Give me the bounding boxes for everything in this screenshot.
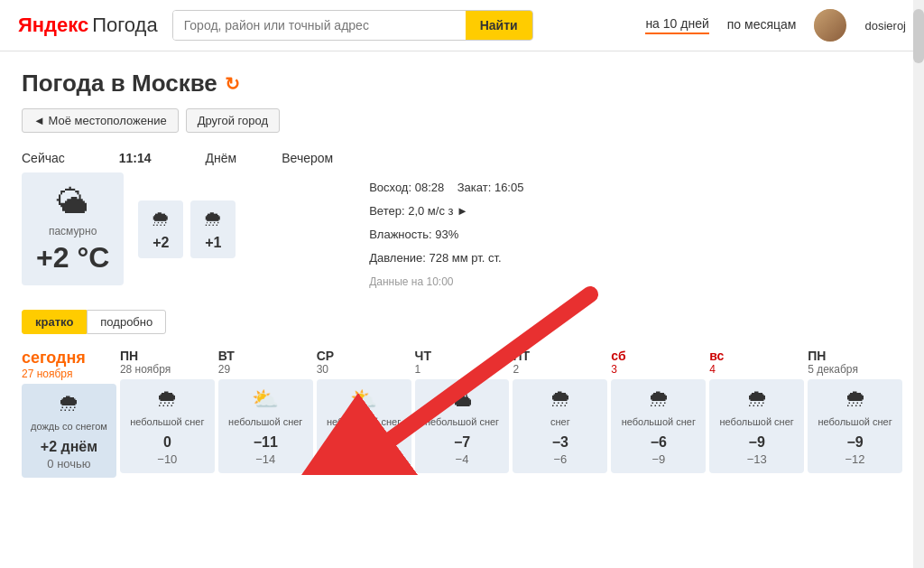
day-period-card: 🌨 +2 [138,200,183,258]
current-weather-details: Восход: 08:28 Закат: 16:05 Ветер: 2,0 м/… [369,151,523,288]
sunrise-value: 08:28 [415,181,445,194]
day-high-1: 0 [125,434,209,451]
day-high-7: −9 [715,434,799,451]
sunset-value: 16:05 [494,181,524,194]
pressure-row: Давление: 728 мм рт. ст. [369,248,523,268]
day-date-3: 30 [317,363,411,376]
evening-period-icon: 🌨 [201,208,225,231]
page-title-container: Погода в Москве ↻ [22,70,902,98]
humidity-value: 93% [435,228,458,241]
day-high-4: −7 [420,434,504,451]
wind-row: Ветер: 2,0 м/с з ► [369,201,523,221]
scrollbar[interactable] [913,0,924,496]
day-desc-4: небольшой снег [420,415,504,428]
day-desc-2: небольшой снег [224,415,308,428]
day-icon-3: ⛅ [322,386,406,412]
current-time: 11:14 [119,151,152,165]
user-avatar[interactable] [814,9,846,42]
day-icon-2: ⛅ [224,386,308,412]
day-card-4: 🌥 небольшой снег −7 −4 [415,379,510,472]
main-content: Погода в Москве ↻ ◄ Моё местоположение Д… [0,51,924,496]
day-date-0: 27 ноября [22,368,116,380]
wind-label: Ветер: [369,204,404,218]
nav-monthly[interactable]: по месяцам [727,17,797,33]
day-header-7: вс 4 [709,349,804,376]
day-high-3: −12 [322,434,406,451]
day-name-0: сегодня [22,349,116,368]
current-main-card: 🌥 пасмурно +2 °C [22,172,124,285]
sunrise-label: Восход: [369,181,411,194]
nav-10days[interactable]: на 10 дней [645,16,708,34]
pressure-label: Давление: [369,251,426,265]
scrollbar-thumb[interactable] [913,9,924,63]
day-icon-6: 🌨 [616,386,700,412]
header: Яндекс Погода Найти на 10 дней по месяца… [0,0,924,51]
day-card-3: ⛅ небольшой снег −12 −15 [317,379,411,472]
day-date-5: 2 [513,363,607,376]
forecast-grid: сегодня 27 ноября 🌨 дождь со снегом +2 д… [22,349,902,477]
day-low-2: −14 [224,452,308,466]
day-date-1: 28 ноября [120,363,215,376]
day-period-icon: 🌨 [149,208,172,231]
forecast-day-1: ПН 28 ноября 🌨 небольшой снег 0 −10 [120,349,215,477]
search-container: Найти [172,10,533,41]
tab-detailed[interactable]: подробно [87,310,166,334]
forecast-day-2: ВТ 29 ⛅ небольшой снег −11 −14 [218,349,313,477]
day-icon-0: 🌨 [27,391,111,416]
day-name-4: ЧТ [415,349,510,363]
day-desc-1: небольшой снег [125,415,209,428]
current-weather-desc: пасмурно [49,225,97,237]
day-high-0: +2 днём [27,439,111,455]
forecast-day-6: сб 3 🌨 небольшой снег −6 −9 [611,349,706,477]
day-period-temp: +2 [149,235,172,251]
day-low-4: −4 [420,452,504,466]
day-name-8: ПН [808,349,902,363]
day-desc-7: небольшой снег [715,415,799,428]
humidity-row: Влажность: 93% [369,225,523,245]
my-location-button[interactable]: ◄ Моё местоположение [22,108,179,133]
day-header-3: СР 30 [317,349,411,376]
other-city-button[interactable]: Другой город [186,108,280,133]
day-icon-5: 🌨 [518,386,602,412]
day-name-5: ПТ [513,349,607,363]
current-weather-left: Сейчас 11:14 Днём Вечером 🌥 пасмурно +2 … [22,151,333,288]
sunrise-sunset-row: Восход: 08:28 Закат: 16:05 [369,178,523,198]
day-name-7: вс [709,349,804,363]
day-icon-1: 🌨 [125,386,209,412]
day-date-8: 5 декабря [808,363,902,376]
day-name-1: ПН [120,349,215,363]
forecast-day-3: СР 30 ⛅ небольшой снег −12 −15 [317,349,411,477]
tab-brief[interactable]: кратко [22,310,87,334]
evening-label: Вечером [282,151,333,165]
day-card-6: 🌨 небольшой снег −6 −9 [611,379,706,472]
search-input[interactable] [173,11,466,40]
period-labels: Днём Вечером [206,151,334,165]
refresh-icon[interactable]: ↻ [225,73,240,95]
username: dosieroj [864,19,906,33]
forecast-day-8: ПН 5 декабря 🌨 небольшой снег −9 −12 [808,349,902,477]
day-low-7: −13 [715,452,799,466]
day-desc-6: небольшой снег [616,415,700,428]
forecast-day-4: ЧТ 1 🌥 небольшой снег −7 −4 [415,349,510,477]
day-desc-5: снег [518,415,602,428]
day-name-6: сб [611,349,706,363]
logo: Яндекс Погода [18,14,158,37]
sunset-label: Закат: [457,181,492,194]
day-high-5: −3 [518,434,602,451]
day-low-3: −15 [322,452,406,466]
day-low-1: −10 [125,452,209,466]
nav-links: на 10 дней по месяцам dosieroj [645,9,906,42]
period-cards: 🌨 +2 🌨 +1 [138,200,236,258]
day-low-5: −6 [518,452,602,466]
day-high-6: −6 [616,434,700,451]
day-desc-8: небольшой снег [813,415,897,428]
wind-value: 2,0 м/с з ► [408,204,468,218]
day-low-6: −9 [616,452,700,466]
search-button[interactable]: Найти [466,11,532,40]
day-header-8: ПН 5 декабря [808,349,902,376]
location-buttons: ◄ Моё местоположение Другой город [22,108,902,133]
day-desc-0: дождь со снегом [27,420,111,433]
current-label: Сейчас [22,151,65,165]
day-name-2: ВТ [218,349,313,363]
day-header-4: ЧТ 1 [415,349,510,376]
